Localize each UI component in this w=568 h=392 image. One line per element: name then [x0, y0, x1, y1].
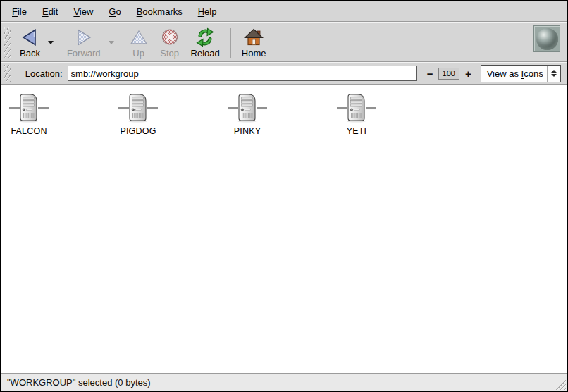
back-history-dropdown[interactable] [45, 27, 56, 58]
status-bar: "WORKGROUP" selected (0 bytes) [1, 373, 567, 391]
menubar: File Edit View Go Bookmarks Help [1, 1, 567, 21]
menu-bookmarks-label: ookmarks [142, 6, 182, 17]
network-server-icon [118, 93, 158, 123]
server-item-pinky[interactable]: PINKY [220, 93, 275, 136]
dropdown-arrows-icon [547, 66, 560, 82]
forward-button: Forward [62, 25, 106, 61]
status-text: "WORKGROUP" selected (0 bytes) [7, 377, 151, 388]
toolbar: Back Forward [1, 23, 567, 61]
network-server-icon [9, 93, 49, 123]
up-button: Up [124, 25, 154, 61]
zoom-out-button[interactable]: − [427, 68, 433, 80]
stop-button: Stop [155, 25, 185, 61]
view-as-pre: View as [487, 68, 521, 79]
reload-arrows-icon [195, 27, 215, 47]
server-item-pigdog[interactable]: PIGDOG [111, 93, 166, 136]
back-triangle-icon [20, 27, 39, 47]
stop-button-label: Stop [160, 48, 179, 59]
icon-view-canvas: FALCON PIGDOG [1, 85, 567, 373]
up-button-label: Up [132, 48, 144, 59]
menu-edit-mnemonic: E [42, 6, 49, 17]
chevron-down-icon [109, 41, 114, 44]
location-bar: Location: − 100 + View as Icons [1, 63, 567, 84]
menu-go-mnemonic: G [109, 6, 116, 17]
menu-file-label: ile [18, 6, 27, 17]
menu-view-label: iew [80, 6, 94, 17]
location-label: Location: [25, 68, 63, 79]
toolbar-separator [230, 28, 231, 58]
reload-button-label: Reload [191, 48, 220, 59]
home-button-label: Home [242, 48, 266, 59]
home-house-icon [244, 27, 264, 47]
server-item-yeti[interactable]: YETI [329, 93, 384, 136]
zoom-in-button[interactable]: + [465, 68, 471, 80]
menu-help-label: elp [204, 6, 216, 17]
toolbar-drag-handle[interactable] [4, 27, 11, 58]
menu-edit[interactable]: Edit [35, 4, 66, 20]
menu-file-mnemonic: F [12, 6, 18, 17]
menu-help[interactable]: Help [190, 4, 225, 20]
chevron-down-icon [48, 41, 54, 44]
locationbar-drag-handle[interactable] [4, 65, 11, 82]
nautilus-sphere-icon [536, 28, 558, 50]
resize-grip[interactable] [554, 378, 566, 390]
back-button[interactable]: Back [15, 25, 45, 61]
up-triangle-icon [129, 27, 149, 47]
back-button-label: Back [20, 48, 40, 59]
server-name-label: PIGDOG [120, 126, 156, 136]
menu-view[interactable]: View [66, 4, 101, 20]
home-button[interactable]: Home [237, 25, 271, 61]
stop-circle-x-icon [160, 27, 180, 47]
menu-go[interactable]: Go [101, 4, 128, 20]
throbber [533, 25, 560, 52]
menu-help-mnemonic: H [198, 6, 204, 17]
server-name-label: FALCON [11, 126, 47, 136]
menu-edit-label: dit [49, 6, 58, 17]
zoom-level-indicator[interactable]: 100 [438, 68, 459, 80]
menu-view-mnemonic: V [73, 6, 79, 17]
view-as-post: cons [524, 68, 543, 79]
network-server-icon [228, 93, 267, 123]
server-name-label: YETI [347, 126, 367, 136]
server-item-falcon[interactable]: FALCON [1, 93, 56, 136]
network-server-icon [337, 93, 376, 123]
forward-triangle-icon [74, 27, 94, 47]
icon-grid: FALCON PIGDOG [1, 85, 567, 136]
location-input[interactable] [68, 66, 417, 81]
forward-button-label: Forward [67, 48, 101, 59]
forward-history-dropdown [106, 27, 117, 58]
reload-button[interactable]: Reload [186, 25, 225, 61]
file-manager-window: File Edit View Go Bookmarks Help Back [0, 0, 568, 392]
server-name-label: PINKY [234, 126, 261, 136]
view-as-label: View as Icons [481, 68, 547, 79]
menu-bookmarks[interactable]: Bookmarks [129, 4, 190, 20]
menu-go-label: o [116, 6, 121, 17]
view-as-dropdown[interactable]: View as Icons [481, 65, 561, 82]
menu-file[interactable]: File [4, 4, 35, 20]
